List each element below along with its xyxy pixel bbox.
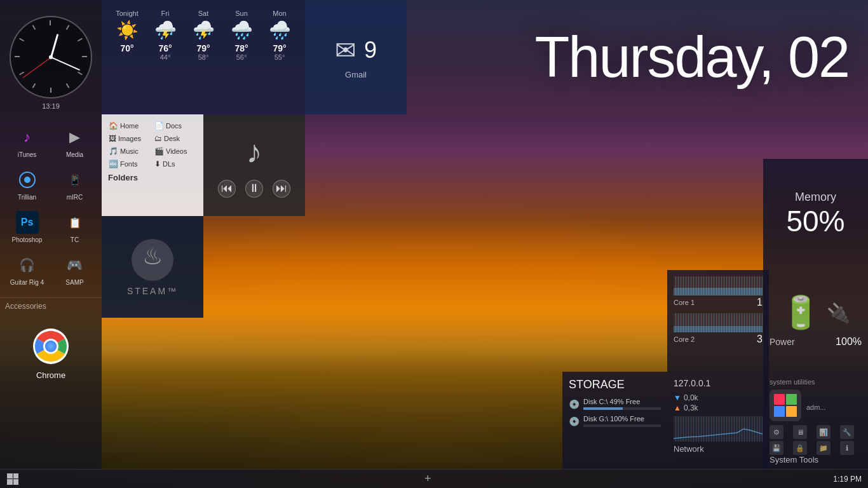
folder-home[interactable]: 🏠 Home	[108, 121, 151, 131]
date-widget: Thursday, 02	[423, 0, 868, 114]
sysutil-icon-5[interactable]: 💾	[770, 441, 783, 455]
tc-icon: 📋	[64, 211, 86, 234]
weather-row: Tonight ☀️ 70° Fri ⛈️ 76° 44° Sat ⛈️ 79°…	[108, 6, 299, 64]
start-button[interactable]	[3, 470, 22, 489]
gmail-label: Gmail	[345, 70, 367, 79]
cpu-core1-label: Core 1	[674, 299, 695, 306]
folder-icon: 🗂	[154, 134, 162, 143]
photoshop-label: Photoshop	[12, 236, 43, 243]
cpu-widget: Core 1 1 Core 2 3	[667, 270, 769, 372]
sysutil-icon-7[interactable]: 📁	[817, 441, 831, 455]
taskbar-center: +	[424, 472, 431, 485]
app-samp[interactable]: 🎮 SAMP	[51, 248, 98, 291]
disk-icon: 💿	[569, 399, 580, 409]
power-row: Power 100%	[770, 336, 862, 348]
down-arrow-icon: ▼	[674, 393, 681, 402]
weather-day-name-4: Mon	[261, 10, 299, 17]
samp-label: SAMP	[65, 279, 83, 286]
apps-sidebar: ♪ iTunes ▶ Media Trillian 📱 mIRC Ps Phot…	[0, 114, 102, 469]
network-widget: 127.0.0.1 ▼ 0,0k ▲ 0,3k Network	[667, 372, 769, 470]
app-chrome[interactable]: Chrome	[0, 315, 102, 386]
folder-docs[interactable]: 📄 Docs	[154, 121, 197, 131]
sysutil-icon-6[interactable]: 🔒	[793, 441, 807, 455]
disk-c-label: Disk C:\ 49% Free	[583, 398, 661, 405]
cpu-core-2: Core 2 3	[674, 313, 763, 345]
plug-icon: 🔌	[827, 302, 850, 324]
sysutil-icon-3[interactable]: 📊	[817, 425, 831, 439]
network-down-value: 0,0k	[684, 393, 698, 402]
weather-icon-4: 🌧️	[261, 20, 299, 41]
folder-home-label: Home	[120, 122, 139, 130]
network-up-stat: ▲ 0,3k	[674, 403, 763, 412]
tc-label: TC	[71, 236, 79, 243]
weather-widget: Tonight ☀️ 70° Fri ⛈️ 76° 44° Sat ⛈️ 79°…	[102, 0, 305, 114]
weather-day-name-3: Sun	[222, 10, 261, 17]
taskbar-add-button[interactable]: +	[424, 472, 431, 485]
disk-c-bar	[583, 407, 623, 410]
power-label: Power	[770, 337, 795, 347]
music-play-button[interactable]: ⏸	[245, 180, 263, 198]
app-grid: ♪ iTunes ▶ Media Trillian 📱 mIRC Ps Phot…	[0, 114, 102, 297]
guitarrig-label: Guitar Rig 4	[10, 279, 44, 286]
disk-c: 💿 Disk C:\ 49% Free	[569, 398, 661, 410]
disk-g: 💿 Disk G:\ 100% Free	[569, 415, 661, 427]
app-guitarrig[interactable]: 🎧 Guitar Rig 4	[3, 248, 51, 291]
steam-label: STEAM™	[127, 286, 178, 296]
storage-widget: STORAGE 💿 Disk C:\ 49% Free 💿 Disk G:\ 1…	[562, 372, 667, 470]
folder-videos[interactable]: 🎬 Videos	[154, 146, 197, 156]
svg-point-5	[45, 341, 57, 352]
admin-label: adm...	[806, 403, 826, 411]
app-tc[interactable]: 📋 TC	[51, 206, 98, 248]
folder-music[interactable]: 🎵 Music	[108, 146, 151, 156]
music-prev-button[interactable]: ⏮	[218, 180, 236, 198]
sysutil-icon-2[interactable]: 🖥	[793, 425, 807, 439]
sysutil-icon-1[interactable]: ⚙	[770, 425, 783, 439]
cpu-core2-label: Core 2	[674, 336, 695, 343]
network-graph	[674, 416, 763, 442]
sysutil-icon-4[interactable]: 🔧	[840, 425, 854, 439]
memory-title: Memory	[795, 191, 836, 204]
weather-icon-3: 🌧️	[222, 20, 261, 41]
sysutil-icon-8[interactable]: ℹ	[840, 441, 854, 455]
battery-icon: 🔋	[781, 294, 820, 331]
weather-day-name-2: Sat	[184, 10, 222, 17]
gmail-count: 9	[364, 37, 377, 64]
app-itunes[interactable]: ♪ iTunes	[3, 121, 51, 163]
folders-widget: 🏠 Home 📄 Docs 🖼 Images 🗂 Desk 🎵 Music 🎬	[102, 114, 203, 216]
folder-images[interactable]: 🖼 Images	[108, 133, 151, 144]
music-next-button[interactable]: ⏭	[273, 180, 290, 198]
folder-icon: 🖼	[109, 134, 116, 143]
music-player-widget: ♪ ⏮ ⏸ ⏭	[203, 114, 305, 216]
folder-images-label: Images	[118, 135, 141, 142]
gmail-widget[interactable]: ✉ 9 Gmail	[305, 0, 407, 114]
hour-hand	[50, 34, 58, 57]
folder-grid: 🏠 Home 📄 Docs 🖼 Images 🗂 Desk 🎵 Music 🎬	[108, 121, 197, 169]
folder-dls[interactable]: ⬇ DLs	[154, 159, 197, 169]
folder-desk[interactable]: 🗂 Desk	[154, 133, 197, 144]
cpu-core-1: Core 1 1	[674, 276, 763, 308]
music-controls: ⏮ ⏸ ⏭	[218, 180, 290, 198]
folder-fonts[interactable]: 🔤 Fonts	[108, 159, 151, 169]
svg-point-1	[24, 177, 31, 183]
steam-widget[interactable]: ♨ STEAM™	[102, 216, 203, 318]
disk-g-icon: 💿	[569, 416, 580, 426]
itunes-label: iTunes	[18, 151, 37, 158]
app-trillian[interactable]: Trillian	[3, 163, 51, 206]
disk-g-label: Disk G:\ 100% Free	[583, 415, 661, 423]
windows-logo-icon[interactable]	[770, 390, 801, 421]
folders-title: Folders	[108, 173, 197, 182]
mirc-icon: 📱	[64, 168, 86, 191]
app-photoshop[interactable]: Ps Photoshop	[3, 206, 51, 248]
media-icon: ▶	[64, 126, 86, 149]
accessories-label: Accessories	[0, 297, 102, 315]
folder-videos-label: Videos	[166, 147, 187, 155]
power-widget: 🔋 🔌 Power 100%	[763, 270, 868, 372]
app-media[interactable]: ▶ Media	[51, 121, 98, 163]
weather-low-3: 56°	[222, 53, 261, 61]
weather-day-name-0: Tonight	[108, 10, 146, 17]
app-mirc[interactable]: 📱 mIRC	[51, 163, 98, 206]
cpu-core2-value: 3	[757, 334, 763, 345]
clock-center	[49, 55, 53, 59]
sysutil-grid: ⚙ 🖥 📊 🔧 💾 🔒 📁 ℹ	[770, 425, 862, 455]
cpu-core1-graph	[674, 276, 763, 295]
